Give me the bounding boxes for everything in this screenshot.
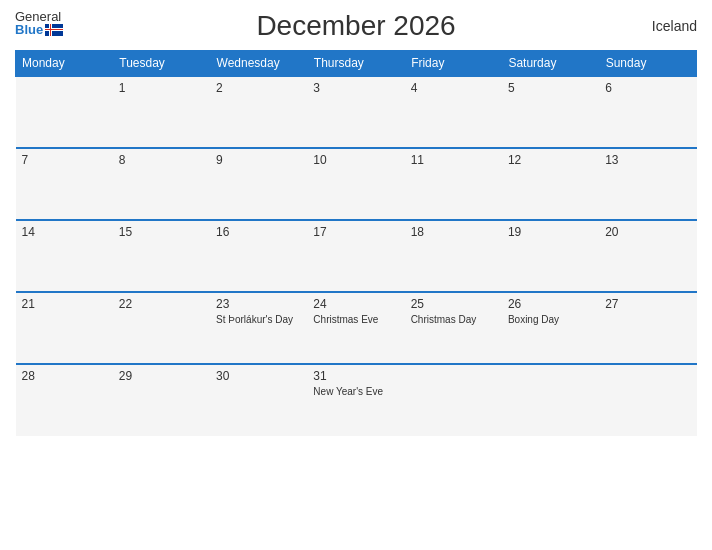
day-cell: 22: [113, 292, 210, 364]
day-cell: 30: [210, 364, 307, 436]
day-cell: 1: [113, 76, 210, 148]
day-number: 9: [216, 153, 301, 167]
holiday-name: St Þorlákur's Day: [216, 313, 301, 326]
day-cell: 10: [307, 148, 404, 220]
day-cell: 19: [502, 220, 599, 292]
day-number: 6: [605, 81, 690, 95]
day-number: 27: [605, 297, 690, 311]
day-number: 3: [313, 81, 398, 95]
day-cell: 12: [502, 148, 599, 220]
day-number: 28: [22, 369, 107, 383]
week-row-4: 28293031New Year's Eve: [16, 364, 697, 436]
day-cell: [405, 364, 502, 436]
day-number: 23: [216, 297, 301, 311]
day-number: 30: [216, 369, 301, 383]
day-number: 14: [22, 225, 107, 239]
day-number: 29: [119, 369, 204, 383]
day-cell: 11: [405, 148, 502, 220]
day-number: 17: [313, 225, 398, 239]
day-number: 24: [313, 297, 398, 311]
day-number: 12: [508, 153, 593, 167]
holiday-name: Christmas Day: [411, 313, 496, 326]
calendar-body: 1234567891011121314151617181920212223St …: [16, 76, 697, 436]
day-cell: 2: [210, 76, 307, 148]
country-label: Iceland: [652, 18, 697, 34]
day-number: 8: [119, 153, 204, 167]
day-number: 21: [22, 297, 107, 311]
day-cell: 27: [599, 292, 696, 364]
day-number: 16: [216, 225, 301, 239]
day-number: 20: [605, 225, 690, 239]
day-number: 15: [119, 225, 204, 239]
day-cell: 23St Þorlákur's Day: [210, 292, 307, 364]
day-cell: 17: [307, 220, 404, 292]
day-number: 19: [508, 225, 593, 239]
day-cell: 25Christmas Day: [405, 292, 502, 364]
header-monday: Monday: [16, 51, 113, 77]
day-cell: [502, 364, 599, 436]
day-number: 1: [119, 81, 204, 95]
day-cell: 20: [599, 220, 696, 292]
calendar-wrapper: General Blue December 2026 Iceland Monda…: [0, 0, 712, 550]
day-cell: 5: [502, 76, 599, 148]
day-cell: 26Boxing Day: [502, 292, 599, 364]
day-number: 11: [411, 153, 496, 167]
day-number: 2: [216, 81, 301, 95]
header-area: General Blue December 2026 Iceland: [15, 10, 697, 42]
header-thursday: Thursday: [307, 51, 404, 77]
week-row-2: 14151617181920: [16, 220, 697, 292]
holiday-name: Boxing Day: [508, 313, 593, 326]
day-cell: 8: [113, 148, 210, 220]
calendar-table: Monday Tuesday Wednesday Thursday Friday…: [15, 50, 697, 436]
day-number: 22: [119, 297, 204, 311]
day-number: 18: [411, 225, 496, 239]
day-cell: 9: [210, 148, 307, 220]
week-row-0: 123456: [16, 76, 697, 148]
day-cell: [16, 76, 113, 148]
day-number: 10: [313, 153, 398, 167]
month-title: December 2026: [256, 10, 455, 42]
header-tuesday: Tuesday: [113, 51, 210, 77]
day-number: 5: [508, 81, 593, 95]
day-cell: 31New Year's Eve: [307, 364, 404, 436]
day-number: 4: [411, 81, 496, 95]
header-sunday: Sunday: [599, 51, 696, 77]
day-number: 26: [508, 297, 593, 311]
day-cell: 29: [113, 364, 210, 436]
header-saturday: Saturday: [502, 51, 599, 77]
day-cell: 21: [16, 292, 113, 364]
logo: General Blue: [15, 10, 63, 36]
day-cell: 16: [210, 220, 307, 292]
header-wednesday: Wednesday: [210, 51, 307, 77]
logo-flag-icon: [45, 24, 63, 36]
day-number: 7: [22, 153, 107, 167]
day-cell: 24Christmas Eve: [307, 292, 404, 364]
day-cell: 7: [16, 148, 113, 220]
day-cell: 15: [113, 220, 210, 292]
week-row-3: 212223St Þorlákur's Day24Christmas Eve25…: [16, 292, 697, 364]
day-cell: 4: [405, 76, 502, 148]
day-number: 25: [411, 297, 496, 311]
day-cell: 13: [599, 148, 696, 220]
holiday-name: New Year's Eve: [313, 385, 398, 398]
day-number: 13: [605, 153, 690, 167]
day-cell: 14: [16, 220, 113, 292]
holiday-name: Christmas Eve: [313, 313, 398, 326]
day-cell: [599, 364, 696, 436]
day-cell: 28: [16, 364, 113, 436]
day-cell: 3: [307, 76, 404, 148]
weekday-header-row: Monday Tuesday Wednesday Thursday Friday…: [16, 51, 697, 77]
day-cell: 6: [599, 76, 696, 148]
day-cell: 18: [405, 220, 502, 292]
header-friday: Friday: [405, 51, 502, 77]
week-row-1: 78910111213: [16, 148, 697, 220]
logo-blue-text: Blue: [15, 23, 43, 36]
day-number: 31: [313, 369, 398, 383]
